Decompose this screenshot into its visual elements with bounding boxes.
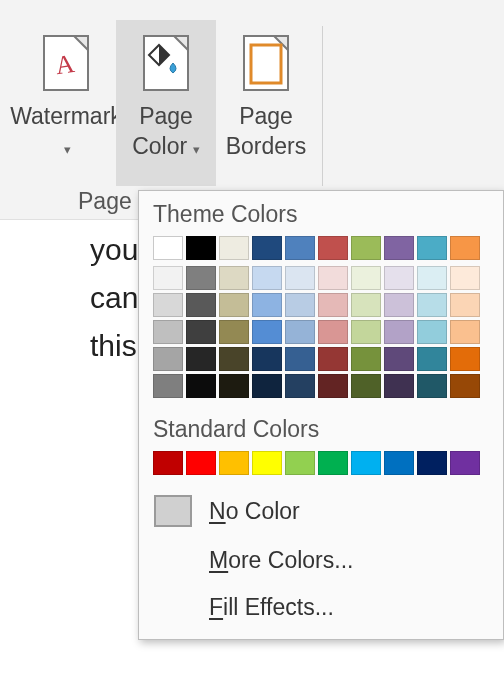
color-swatch[interactable] [219,374,249,398]
page-borders-button[interactable]: Page Borders [216,20,316,186]
fill-effects-item[interactable]: Fill Effects... [139,584,503,631]
color-swatch[interactable] [219,293,249,317]
page-color-dropdown: Theme Colors Standard Colors No Color Mo… [138,190,504,640]
standard-colors-row [139,451,503,485]
more-colors-item[interactable]: More Colors... [139,537,503,584]
color-swatch[interactable] [186,320,216,344]
color-swatch[interactable] [384,236,414,260]
no-color-label: No Color [209,498,300,525]
group-divider [322,26,323,186]
color-swatch[interactable] [285,451,315,475]
color-swatch[interactable] [186,451,216,475]
color-swatch[interactable] [252,266,282,290]
doc-line: this [90,322,138,370]
color-swatch[interactable] [153,374,183,398]
color-swatch[interactable] [219,347,249,371]
color-swatch[interactable] [153,347,183,371]
color-swatch[interactable] [351,347,381,371]
color-swatch[interactable] [285,293,315,317]
document-body: you can this [90,226,138,370]
theme-colors-row [139,236,503,260]
color-swatch[interactable] [351,293,381,317]
color-swatch[interactable] [450,451,480,475]
color-swatch[interactable] [318,266,348,290]
color-swatch[interactable] [219,451,249,475]
color-swatch[interactable] [219,320,249,344]
page-color-label-1: Page [139,103,193,129]
watermark-icon: A [41,28,91,98]
theme-colors-header: Theme Colors [139,191,503,236]
color-swatch[interactable] [351,374,381,398]
color-swatch[interactable] [153,320,183,344]
color-swatch[interactable] [186,293,216,317]
color-swatch[interactable] [285,266,315,290]
more-colors-label: More Colors... [209,547,353,574]
page-color-button[interactable]: Page Color ▾ [116,20,216,186]
page-borders-label-1: Page [239,103,293,129]
color-swatch[interactable] [450,293,480,317]
no-color-swatch-icon [154,495,192,527]
ribbon: A Watermark▾ [0,0,504,220]
color-swatch[interactable] [318,374,348,398]
color-swatch[interactable] [384,374,414,398]
color-swatch[interactable] [417,293,447,317]
color-swatch[interactable] [285,374,315,398]
color-swatch[interactable] [186,347,216,371]
color-swatch[interactable] [384,266,414,290]
color-swatch[interactable] [351,451,381,475]
dropdown-caret-icon: ▾ [64,142,71,157]
color-swatch[interactable] [417,320,447,344]
color-swatch[interactable] [450,347,480,371]
color-swatch[interactable] [417,266,447,290]
color-swatch[interactable] [384,451,414,475]
color-swatch[interactable] [417,374,447,398]
watermark-button[interactable]: A Watermark▾ [16,20,116,186]
color-swatch[interactable] [384,347,414,371]
color-swatch[interactable] [417,451,447,475]
doc-line: you [90,226,138,274]
page-borders-label-2: Borders [226,133,307,159]
color-swatch[interactable] [450,320,480,344]
color-swatch[interactable] [417,236,447,260]
color-swatch[interactable] [186,236,216,260]
theme-shades-grid [139,260,503,406]
color-swatch[interactable] [153,293,183,317]
color-swatch[interactable] [417,347,447,371]
doc-line: can [90,274,138,322]
color-swatch[interactable] [384,320,414,344]
color-swatch[interactable] [285,236,315,260]
color-swatch[interactable] [318,451,348,475]
color-swatch[interactable] [252,236,282,260]
color-swatch[interactable] [252,320,282,344]
color-swatch[interactable] [153,266,183,290]
color-swatch[interactable] [351,236,381,260]
color-swatch[interactable] [318,293,348,317]
color-swatch[interactable] [219,266,249,290]
color-swatch[interactable] [450,236,480,260]
color-swatch[interactable] [351,320,381,344]
color-swatch[interactable] [186,374,216,398]
color-swatch[interactable] [285,347,315,371]
color-swatch[interactable] [318,320,348,344]
no-color-item[interactable]: No Color [139,485,503,537]
color-swatch[interactable] [318,347,348,371]
standard-colors-header: Standard Colors [139,406,503,451]
dropdown-caret-icon: ▾ [189,142,200,157]
page-color-label-2: Color [132,133,187,159]
color-swatch[interactable] [252,347,282,371]
watermark-label: Watermark [10,103,122,129]
color-swatch[interactable] [153,451,183,475]
color-swatch[interactable] [252,374,282,398]
color-swatch[interactable] [351,266,381,290]
color-swatch[interactable] [318,236,348,260]
color-swatch[interactable] [285,320,315,344]
color-swatch[interactable] [186,266,216,290]
color-swatch[interactable] [252,451,282,475]
color-swatch[interactable] [153,236,183,260]
fill-effects-label: Fill Effects... [209,594,334,621]
color-swatch[interactable] [219,236,249,260]
color-swatch[interactable] [450,374,480,398]
color-swatch[interactable] [450,266,480,290]
color-swatch[interactable] [384,293,414,317]
color-swatch[interactable] [252,293,282,317]
